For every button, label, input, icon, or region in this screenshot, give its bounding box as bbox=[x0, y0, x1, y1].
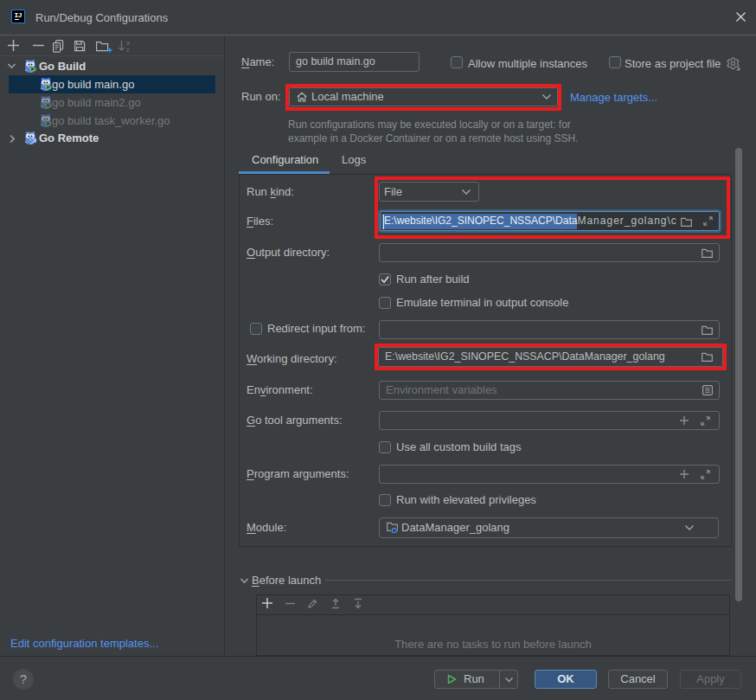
svg-text:a: a bbox=[126, 40, 130, 46]
svg-text:z: z bbox=[126, 47, 130, 53]
